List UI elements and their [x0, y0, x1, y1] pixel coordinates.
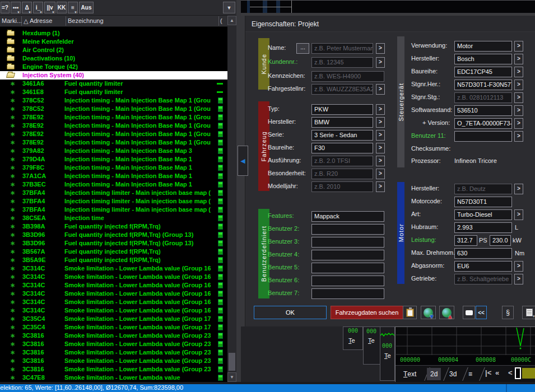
map-row-20[interactable]: ∗3B567AFuel quantity injected f(RPM,Trq) — [0, 248, 227, 256]
text-tab-fragment[interactable]: Te — [368, 337, 375, 344]
collapse-panel-button[interactable]: ◀ — [238, 146, 248, 176]
map-row-10[interactable]: ∗379F8CInjection timing - Main Injection… — [0, 164, 227, 172]
map-row-15[interactable]: ∗37BFA4Injection timing limiter - Main i… — [0, 206, 227, 214]
input-field[interactable]: BMW — [311, 117, 373, 128]
horizontal-scroll-track[interactable] — [522, 368, 535, 379]
map-row-25[interactable]: ∗3C314CSmoke limitation - Lower Lambda v… — [0, 290, 227, 298]
input-field[interactable] — [311, 288, 384, 299]
toolbar-dropdown-button[interactable]: ▼ — [223, 2, 235, 13]
nav-back-icon[interactable]: < — [508, 368, 513, 377]
map-row-18[interactable]: ∗3B3D96Fuel quantity injected f(RPM,Trq)… — [0, 231, 227, 239]
map-row-0[interactable]: ∗3461A6Fuel quantity limiter — [0, 80, 227, 88]
input-field[interactable]: PKW — [311, 104, 373, 115]
tab-3d[interactable]: 3d — [446, 368, 460, 380]
input-field[interactable] — [311, 250, 384, 260]
fahrzeugdaten-suchen-button[interactable]: Fahrzeugdaten suchen — [331, 306, 403, 319]
column-header-adresse[interactable]: △ Adresse — [24, 17, 52, 25]
active-map-window[interactable]: 00000000000400000800000C Text2d3d≡|<«< — [395, 326, 535, 382]
input-field[interactable]: z.B. WAUZZZ8E35A235 — [311, 84, 373, 95]
map-row-3[interactable]: ∗378C52Injection timing - Main Injection… — [0, 105, 227, 113]
browse-dots-button[interactable]: ... — [296, 43, 309, 54]
text-tab-fragment[interactable]: Te — [348, 337, 355, 344]
input-field[interactable]: 536510 — [454, 105, 512, 116]
field-expand-button[interactable]: > — [514, 105, 523, 116]
input-field[interactable]: Bosch — [454, 54, 512, 64]
map-row-24[interactable]: ∗3C314CSmoke limitation - Lower Lambda v… — [0, 281, 227, 290]
field-expand-button[interactable]: > — [514, 41, 523, 52]
column-header-marki[interactable]: Marki... — [2, 17, 22, 24]
field-expand-button[interactable]: > — [376, 57, 385, 68]
input-field[interactable] — [454, 131, 512, 142]
map-list-scrollbar[interactable]: ▲ ▼ — [227, 16, 236, 382]
field-expand-button[interactable]: > — [514, 209, 523, 220]
input-field[interactable]: N57D30T1-F30N57T — [454, 80, 512, 90]
map-row-17[interactable]: ∗3B398AFuel quantity injected f(RPM,Trq) — [0, 222, 227, 231]
map-row-22[interactable]: ∗3C314CSmoke limitation - Lower Lambda v… — [0, 264, 227, 273]
map-row-8[interactable]: ∗379A82Injection timing - Main Injection… — [0, 147, 227, 155]
input-field[interactable]: 312.7 — [454, 235, 477, 246]
map-row-31[interactable]: ∗3C3816Smoke limitation - Lower Lambda v… — [0, 340, 227, 348]
input-field[interactable]: O_7ETA-00000F73- — [454, 118, 512, 129]
input-field[interactable]: z.B. Schaltgetriebe — [454, 274, 512, 284]
field-expand-button[interactable]: > — [514, 92, 523, 103]
map-row-4[interactable]: ∗378E92Injection timing - Main Injection… — [0, 113, 227, 122]
tab-text[interactable]: Text — [400, 368, 420, 380]
input-field[interactable] — [311, 263, 384, 273]
field-expand-button[interactable]: > — [376, 143, 385, 153]
column-divider[interactable] — [21, 16, 22, 26]
background-map-window[interactable]: 000 Te — [363, 326, 381, 365]
folder-row-5[interactable]: Injection System (40) — [0, 71, 227, 80]
input-field[interactable]: 2.993 — [454, 222, 512, 233]
input-field[interactable]: Turbo-Diesel — [454, 209, 512, 220]
field-expand-button[interactable]: > — [376, 43, 385, 54]
field-expand-button[interactable]: > — [376, 156, 385, 166]
input-field[interactable] — [311, 276, 384, 286]
scroll-down-icon[interactable]: ▼ — [227, 372, 236, 382]
map-row-9[interactable]: ∗379D4AInjection timing - Main Injection… — [0, 155, 227, 164]
map-row-1[interactable]: ∗3461E8Fuel quantity limiter — [0, 88, 227, 96]
map-row-27[interactable]: ∗3C314CSmoke limitation - Lower Lambda v… — [0, 306, 227, 315]
folder-row-2[interactable]: Air Control (2) — [0, 46, 227, 54]
horizontal-scroll-thumb[interactable] — [515, 367, 521, 379]
input-field[interactable]: Mappack — [311, 211, 384, 222]
map-row-35[interactable]: ∗3C47E8Smoke limitation - Lower Lambda v… — [0, 374, 227, 382]
folder-row-0[interactable]: Hexdump (1) — [0, 29, 227, 38]
map-row-30[interactable]: ∗3C3816Smoke limitation - Lower Lambda v… — [0, 332, 227, 340]
map-row-16[interactable]: ∗38C5EAInjection time — [0, 214, 227, 222]
nav-first-icon[interactable]: |< — [485, 368, 491, 377]
ok-button[interactable]: OK — [254, 306, 327, 319]
collapse-dialog-button[interactable]: << — [476, 306, 487, 319]
field-expand-button[interactable]: > — [514, 131, 523, 142]
field-expand-button[interactable]: > — [376, 130, 385, 141]
map-row-13[interactable]: ∗37BFA4Injection timing limiter - Main i… — [0, 189, 227, 197]
map-row-21[interactable]: ∗3B5A9EFuel quantity injected f(RPM,Trq) — [0, 256, 227, 264]
download-online-data-button[interactable]: ▼ — [421, 306, 436, 319]
folder-row-1[interactable]: Meine Kennfelder — [0, 38, 227, 46]
toolbar-button-list[interactable]: ≡▼ — [68, 2, 78, 13]
field-expand-button[interactable]: > — [376, 117, 385, 128]
field-expand-button[interactable]: > — [514, 261, 523, 272]
background-map-window[interactable]: 000 Te — [343, 326, 363, 350]
toolbar-button-compare[interactable]: =? — [1, 2, 10, 13]
input-field[interactable]: EDC17CP45 — [454, 67, 512, 77]
input-field[interactable]: 630 — [454, 248, 512, 259]
tab-2d[interactable]: 2d — [427, 368, 441, 380]
field-expand-button[interactable]: > — [376, 84, 385, 95]
field-expand-button[interactable]: > — [514, 184, 523, 194]
input-field[interactable]: z.B. WES-H4900 — [311, 71, 384, 82]
input-field[interactable]: z.B. 2010 — [311, 181, 373, 192]
input-field[interactable]: F30 — [311, 143, 373, 153]
field-expand-button[interactable]: > — [514, 118, 523, 129]
toolbar-button-info-axis[interactable]: i_▼ — [33, 2, 43, 13]
input-field[interactable]: z.B. Peter Mustermann — [311, 43, 373, 54]
map-row-14[interactable]: ∗37BFA4Injection timing limiter - Main i… — [0, 197, 227, 206]
input-field[interactable]: z.B. 0281012113 — [454, 92, 512, 103]
comment-button[interactable] — [463, 306, 475, 319]
input-field[interactable]: 3 Serie - Sedan — [311, 130, 373, 141]
folder-row-3[interactable]: Deactivations (10) — [0, 54, 227, 63]
input-field[interactable] — [311, 237, 384, 248]
toolbar-button-kk[interactable]: KK — [57, 2, 67, 13]
panel-splitter[interactable] — [236, 0, 245, 382]
column-divider[interactable] — [218, 16, 219, 26]
scroll-up-icon[interactable]: ▲ — [227, 16, 236, 25]
